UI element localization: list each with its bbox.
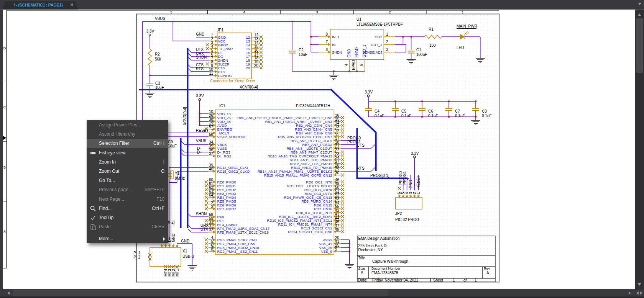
- svg-text:RE5_PMD5: RE5_PMD5: [217, 200, 236, 203]
- svg-text:Sheet: Sheet: [433, 278, 443, 282]
- svg-text:JP1: JP1: [217, 28, 224, 32]
- svg-text:XCVR[0-4]: XCVR[0-4]: [240, 85, 258, 89]
- svg-text:20: 20: [246, 66, 250, 70]
- svg-text:5: 5: [170, 10, 172, 14]
- svg-text:B: B: [3, 165, 6, 169]
- svg-text:150: 150: [429, 43, 436, 47]
- svg-text:RF4_PMA9_U2RX_SDA2_CN17: RF4_PMA9_U2RX_SDA2_CN17: [217, 227, 269, 231]
- svg-text:100uF: 100uF: [416, 52, 427, 57]
- svg-text:RB3_AN3_C2IN+_CN5: RB3_AN3_C2IN+_CN5: [295, 128, 332, 131]
- svg-text:AVSS: AVSS: [323, 238, 332, 242]
- svg-text:3.3V: 3.3V: [365, 90, 373, 94]
- svg-text:A: A: [486, 271, 489, 275]
- svg-text:RTS: RTS: [196, 67, 204, 71]
- svg-text:CTS: CTS: [357, 143, 365, 147]
- svg-text:RD8_IC1_RTCC_INT1: RD8_IC1_RTCC_INT1: [296, 211, 332, 215]
- svg-text:RC14_SOSCO_T1CK_CN0: RC14_SOSCO_T1CK_CN0: [288, 230, 332, 234]
- svg-text:56: 56: [209, 133, 214, 137]
- svg-text:VSS_9: VSS_9: [321, 250, 332, 254]
- svg-text:RTS: RTS: [218, 70, 225, 74]
- svg-text:of: of: [463, 278, 467, 282]
- svg-text:VBUS: VBUS: [155, 16, 166, 21]
- svg-text:C1: C1: [416, 48, 421, 52]
- svg-text:GND: GND: [196, 32, 204, 36]
- svg-text:RB1_AN1_PGEC1_VREF-_CVREF-_CN3: RB1_AN1_PGEC1_VREF-_CVREF-_CN3: [265, 120, 332, 124]
- svg-text:DO: DO: [218, 55, 223, 59]
- svg-text:1: 1: [475, 278, 477, 282]
- svg-text:2: 2: [386, 40, 388, 44]
- svg-text:D+: D+: [197, 150, 202, 154]
- svg-text:PROG[0-1]: PROG[0-1]: [370, 174, 389, 178]
- svg-text:ENVREG: ENVREG: [217, 128, 232, 131]
- svg-text:RD5_PMRD_CN14: RD5_PMRD_CN14: [301, 200, 332, 203]
- svg-text:RB9_AN9_PMA7_C2OUT: RB9_AN9_PMA7_C2OUT: [291, 151, 332, 154]
- svg-text:IN: IN: [332, 43, 335, 47]
- svg-text:VBUS: VBUS: [217, 143, 227, 147]
- svg-text:RE6_PMD6: RE6_PMD6: [217, 203, 236, 207]
- svg-text:SHDN: SHDN: [218, 59, 228, 62]
- svg-text:RB12_AN12_TCK_PMA11: RB12_AN12_TCK_PMA11: [290, 162, 332, 166]
- svg-text:VBUS: VBUS: [196, 139, 207, 143]
- svg-text:1: 1: [453, 278, 455, 282]
- svg-text:RD9_IC2__U1CTS__INT2_SDA1: RD9_IC2__U1CTS__INT2_SDA1: [279, 215, 332, 219]
- svg-text:Title: Title: [358, 255, 365, 259]
- svg-text:40: 40: [209, 167, 214, 171]
- svg-text:3: 3: [211, 205, 213, 209]
- svg-text:C8: C8: [482, 109, 487, 113]
- svg-text:RESET: RESET: [196, 128, 209, 133]
- svg-text:RG6_PMA5_SCK2_CN8: RG6_PMA5_SCK2_CN8: [217, 238, 257, 242]
- svg-text:_MCLR: _MCLR: [217, 131, 230, 135]
- svg-text:GND: GND: [171, 234, 176, 242]
- svg-text:1: 1: [386, 32, 388, 36]
- svg-text:RE2_PMD2: RE2_PMD2: [217, 188, 236, 192]
- svg-text:U1: U1: [356, 17, 361, 21]
- svg-text:GPO2: GPO2: [218, 43, 228, 47]
- svg-text:225 Tech Park Dr: 225 Tech Park Dr: [358, 244, 388, 248]
- svg-text:RC12_OSC1_CLKI: RC12_OSC1_CLKI: [217, 166, 248, 170]
- svg-text:VSS_25: VSS_25: [319, 246, 332, 250]
- svg-text:P_1: P_1: [133, 251, 140, 255]
- svg-text:EMA-12345678: EMA-12345678: [371, 271, 398, 275]
- svg-text:USB-B: USB-B: [182, 254, 194, 259]
- svg-text:3.3V: 3.3V: [196, 94, 204, 98]
- svg-text:AVDD: AVDD: [217, 124, 227, 128]
- svg-text:CTS: CTS: [218, 66, 225, 70]
- svg-text:4: 4: [243, 10, 245, 14]
- svg-text:RB2_AN2_C2IN-_CN4: RB2_AN2_C2IN-_CN4: [296, 124, 332, 128]
- svg-text:0.1uF: 0.1uF: [401, 114, 411, 118]
- svg-text:RD7_CN16: RD7_CN16: [314, 207, 332, 211]
- svg-text:Rev: Rev: [484, 267, 490, 270]
- svg-text:IN_1: IN_1: [332, 35, 340, 39]
- svg-text:D: D: [3, 46, 6, 50]
- svg-text:RF0: RF0: [217, 215, 224, 219]
- svg-text:R2: R2: [155, 52, 160, 56]
- svg-text:DI: DI: [218, 51, 222, 55]
- svg-text:CONFIG: CONFIG: [218, 74, 232, 78]
- svg-text:RG8_PMA3_SDO2_CN10: RG8_PMA3_SDO2_CN10: [217, 246, 259, 250]
- svg-text:A: A: [3, 229, 6, 233]
- svg-text:LT1965EMS8E-1P5TRPBF: LT1965EMS8E-1P5TRPBF: [356, 22, 403, 26]
- svg-text:XCVR[0-4]: XCVR[0-4]: [183, 107, 187, 125]
- svg-text:EPAD: EPAD: [355, 47, 359, 58]
- svg-text:VCC: VCC: [218, 39, 226, 43]
- svg-text:10uF: 10uF: [168, 144, 177, 148]
- svg-text:RB13_AN13_TDI_PMA10: RB13_AN13_TDI_PMA10: [291, 166, 332, 170]
- svg-text:VDD_10: VDD_10: [217, 112, 231, 116]
- svg-text:RD2_OC3_U1RX: RD2_OC3_U1RX: [304, 188, 332, 192]
- svg-text:OUT_1: OUT_1: [371, 43, 382, 47]
- svg-text:RB0_AN0_PGED1_EMUD1_PMA6_VREF+: RB0_AN0_PGED1_EMUD1_PMA6_VREF+_CVREF+_CN…: [237, 116, 332, 120]
- svg-text:RF5_PMA8_U2TX_SCL2_CN18: RF5_PMA8_U2TX_SCL2_CN18: [217, 231, 269, 234]
- svg-text:56k: 56k: [155, 57, 161, 61]
- svg-text:7: 7: [325, 40, 328, 44]
- svg-text:11: 11: [209, 71, 214, 75]
- svg-text:RE4_PMD4: RE4_PMD4: [217, 196, 236, 200]
- svg-text:OUT: OUT: [375, 35, 382, 39]
- svg-text:RD4_PMWR_OC5_IC5_CN13: RD4_PMWR_OC5_IC5_CN13: [284, 196, 332, 200]
- svg-text:RB14_AN14_PMALH_PMA1__U2RTS_BC: RB14_AN14_PMALH_PMA1__U2RTS_BCLK2: [258, 170, 332, 174]
- svg-text:37: 37: [209, 152, 214, 156]
- svg-text:Y1: Y1: [175, 171, 180, 175]
- svg-text:C3: C3: [155, 81, 160, 85]
- svg-text:EPAD: EPAD: [352, 60, 356, 70]
- svg-text:RD6_CN15: RD6_CN15: [314, 203, 332, 207]
- svg-text:RC15_OSC2_CLKO: RC15_OSC2_CLKO: [217, 170, 250, 174]
